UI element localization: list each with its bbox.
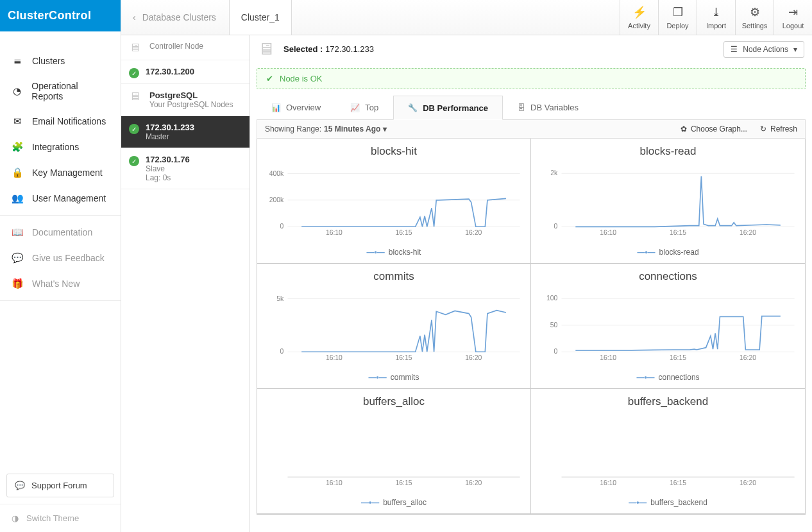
- chart-connections: connections 05010016:1016:1516:20 —•—con…: [531, 264, 805, 389]
- refresh-button[interactable]: ↻Refresh: [760, 124, 797, 133]
- status-ok-icon: ✓: [129, 68, 139, 78]
- sidebar-item-documentation[interactable]: 📖Documentation: [0, 219, 121, 245]
- chart-buffers-alloc: buffers_alloc 16:1016:1516:20 —•—buffers…: [257, 389, 531, 514]
- tab-overview[interactable]: 📊Overview: [257, 96, 335, 119]
- sidebar-item-operational-reports[interactable]: ◔Operational Reports: [0, 74, 121, 108]
- sidebar-item-give-us-feedback[interactable]: 💬Give us Feedback: [0, 245, 121, 271]
- nav-label: Give us Feedback: [32, 253, 105, 263]
- breadcrumb: ‹ Database Clusters Cluster_1: [121, 0, 303, 35]
- svg-text:0: 0: [554, 223, 558, 230]
- nav-label: User Management: [32, 193, 106, 203]
- legend-label: commits: [391, 373, 419, 382]
- chart-commits: commits 05k16:1016:1516:20 —•—commits: [257, 264, 531, 389]
- chart-title: connections: [535, 270, 801, 283]
- group-title: PostgreSQL: [149, 90, 233, 100]
- sidepanel-node-172-30-1-76[interactable]: ✓172.30.1.76SlaveLag: 0s: [121, 148, 250, 189]
- svg-text:16:20: 16:20: [740, 479, 756, 486]
- gear-icon: ⚙: [750, 5, 760, 19]
- chart-legend: —•—commits: [261, 370, 527, 384]
- topbar: ‹ Database Clusters Cluster_1 ⚡Activity …: [121, 0, 812, 35]
- chat-icon: 💬: [15, 481, 25, 490]
- breadcrumb-back-icon[interactable]: ‹: [133, 12, 136, 22]
- sidebar-item-email-notifications[interactable]: ✉Email Notifications: [0, 108, 121, 134]
- tab-icon: 🗄: [518, 103, 525, 112]
- tab-label: DB Performance: [423, 103, 488, 113]
- switch-theme-button[interactable]: ◑ Switch Theme: [0, 504, 121, 532]
- sidepanel-controller-node[interactable]: 🖥Controller Node: [121, 35, 250, 60]
- svg-text:16:10: 16:10: [326, 479, 343, 486]
- svg-text:16:20: 16:20: [465, 229, 482, 236]
- tab-top[interactable]: 📈Top: [335, 96, 393, 119]
- chart-legend: —•—blocks-hit: [261, 245, 527, 259]
- breadcrumb-root[interactable]: Database Clusters: [142, 12, 216, 22]
- sidebar-item-clusters[interactable]: ≣Clusters: [0, 48, 121, 74]
- svg-text:200k: 200k: [269, 196, 284, 203]
- sidebar-item-user-management[interactable]: 👥User Management: [0, 185, 121, 211]
- activity-button[interactable]: ⚡Activity: [620, 0, 658, 35]
- legend-label: buffers_alloc: [383, 498, 427, 507]
- server-icon: 🖥: [129, 42, 143, 53]
- legend-marker-icon: —•—: [636, 373, 654, 382]
- tabs: 📊Overview📈Top🔧DB Performance🗄DB Variable…: [257, 96, 806, 120]
- chart-legend: —•—buffers_alloc: [261, 495, 527, 510]
- nav-icon: ◔: [12, 85, 22, 97]
- range-value-dropdown[interactable]: 15 Minutes Ago ▾: [324, 124, 387, 133]
- node-actions-button[interactable]: ☰ Node Actions ▾: [723, 41, 804, 58]
- choose-graph-button[interactable]: ✿Choose Graph...: [681, 124, 747, 133]
- nav-icon: 🔒: [12, 167, 23, 178]
- topbar-actions: ⚡Activity ❒Deploy ⤓Import ⚙Settings ⇥Log…: [620, 0, 812, 35]
- legend-marker-icon: —•—: [361, 498, 379, 507]
- tab-label: DB Variables: [530, 103, 579, 112]
- import-label: Import: [706, 22, 726, 30]
- nav-label: What's New: [32, 279, 80, 289]
- nav-icon: ✉: [12, 116, 23, 127]
- settings-button[interactable]: ⚙Settings: [735, 0, 774, 35]
- legend-label: blocks-read: [659, 248, 699, 257]
- tab-icon: 📊: [271, 103, 281, 112]
- svg-text:16:20: 16:20: [465, 479, 482, 486]
- chart-svg: 05k16:1016:1516:20: [261, 287, 527, 370]
- brand-logo: ClusterControl: [0, 0, 121, 31]
- range-label: Showing Range:: [265, 124, 321, 133]
- chart-svg: 0200k400k16:1016:1516:20: [261, 162, 527, 245]
- svg-text:5k: 5k: [276, 295, 284, 302]
- nav-icon: ≣: [12, 55, 23, 67]
- sidepanel-node-172-30-1-200[interactable]: ✓172.30.1.200: [121, 60, 250, 84]
- nav: ≣Clusters◔Operational Reports✉Email Noti…: [0, 31, 121, 474]
- svg-text:16:10: 16:10: [600, 354, 616, 361]
- nav-label: Clusters: [32, 56, 65, 66]
- svg-text:2k: 2k: [550, 169, 558, 176]
- sidepanel-node-172-30-1-233[interactable]: ✓172.30.1.233Master: [121, 116, 250, 148]
- chevron-down-icon: ▾: [793, 45, 797, 54]
- sidepanel-group-postgresql[interactable]: 🖥PostgreSQLYour PostgreSQL Nodes: [121, 84, 250, 116]
- import-button[interactable]: ⤓Import: [697, 0, 735, 35]
- logout-button[interactable]: ⇥Logout: [774, 0, 812, 35]
- svg-text:16:15: 16:15: [396, 229, 412, 236]
- tab-db-performance[interactable]: 🔧DB Performance: [393, 96, 503, 120]
- chart-svg: 02k16:1016:1516:20: [535, 162, 801, 245]
- server-icon: 🖥: [258, 39, 275, 59]
- sidebar-item-what's-new[interactable]: 🎁What's New: [0, 271, 121, 296]
- legend-label: blocks-hit: [389, 248, 421, 257]
- node-ip: 172.30.1.76: [146, 155, 190, 164]
- deploy-button[interactable]: ❒Deploy: [658, 0, 697, 35]
- svg-text:16:10: 16:10: [326, 229, 343, 236]
- chart-svg: 16:1016:1516:20: [535, 412, 801, 495]
- support-label: Support Forum: [31, 481, 87, 490]
- tab-label: Top: [365, 103, 378, 112]
- svg-text:100: 100: [546, 295, 558, 302]
- support-forum-button[interactable]: 💬 Support Forum: [6, 474, 114, 497]
- import-icon: ⤓: [711, 5, 721, 19]
- content: 🖥Controller Node✓172.30.1.200🖥PostgreSQL…: [121, 35, 812, 532]
- nav-label: Documentation: [32, 227, 92, 237]
- chart-blocks-read: blocks-read 02k16:1016:1516:20 —•—blocks…: [531, 139, 805, 264]
- chart-blocks-hit: blocks-hit 0200k400k16:1016:1516:20 —•—b…: [257, 139, 531, 264]
- chart-title: blocks-hit: [261, 145, 527, 158]
- selected-ip: 172.30.1.233: [325, 44, 374, 54]
- node-ip: 172.30.1.200: [146, 67, 194, 76]
- settings-label: Settings: [742, 22, 768, 30]
- sidebar-item-key-management[interactable]: 🔒Key Management: [0, 160, 121, 185]
- sidebar-item-integrations[interactable]: 🧩Integrations: [0, 134, 121, 160]
- chart-legend: —•—blocks-read: [535, 245, 801, 259]
- tab-db-variables[interactable]: 🗄DB Variables: [503, 96, 593, 119]
